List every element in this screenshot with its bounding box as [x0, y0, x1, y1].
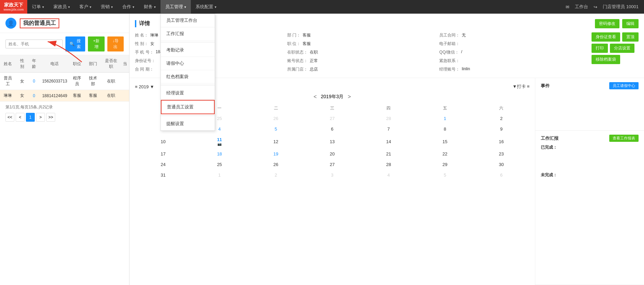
calendar-day-cell[interactable]: 11📷 [191, 134, 247, 149]
logo[interactable]: 家政天下 www.jztx.com [0, 0, 27, 14]
calendar-day-cell[interactable]: 23 [473, 149, 530, 159]
menu-item-red-archive[interactable]: 红色档案袋 [161, 70, 215, 84]
calendar-day-cell[interactable]: 26 [248, 113, 304, 124]
nav-item-marketing[interactable]: 营销 ▾ [96, 0, 118, 14]
calendar-day-cell[interactable]: 28 [361, 159, 417, 170]
cell-extra [121, 90, 129, 102]
detail-contract-type-row: 员工合同： 无 [439, 32, 586, 38]
calendar-day-cell[interactable]: 27 [304, 159, 360, 170]
nav-item-customer[interactable]: 客户 ▾ [75, 0, 96, 14]
calendar-day-cell[interactable]: 20 [304, 149, 360, 159]
logo-title: 家政天下 [3, 2, 24, 8]
calendar-week-row: 17181920212223 [135, 149, 530, 159]
calendar-day-cell[interactable]: 6 [473, 170, 530, 180]
calendar-day-cell[interactable]: 9 [473, 124, 530, 134]
view-report-button[interactable]: 查看工作报表 [609, 135, 639, 142]
export-button[interactable]: ↓导出 [107, 36, 124, 51]
menu-item-normal-employee-settings[interactable]: 普通员工设置 [161, 100, 215, 114]
calendar-day-cell[interactable]: 1 [191, 170, 247, 180]
nav-item-order[interactable]: 订单 ▾ [27, 0, 49, 14]
incomplete-content [541, 179, 639, 200]
calendar-day-cell[interactable]: 7 [361, 124, 417, 134]
archive-button[interactable]: 置顶 [622, 32, 639, 42]
nav-item-system-config[interactable]: 系统配置 ▾ [191, 0, 221, 14]
menu-item-leave-center[interactable]: 请假中心 [161, 57, 215, 70]
id-check-button[interactable]: 身份证查看 [592, 32, 620, 42]
search-button[interactable]: 🔍 搜索 [65, 36, 85, 51]
action-row-2: 打印 分店设置 [592, 44, 639, 53]
calendar-day-cell[interactable]: 13 [304, 134, 360, 149]
page-next-btn[interactable]: > [36, 113, 45, 122]
calendar-day-cell[interactable]: 4 [361, 170, 417, 180]
search-icon: 🔍 [70, 42, 75, 46]
remove-archive-button[interactable]: 移除档案袋 [592, 55, 620, 64]
edit-button[interactable]: 编辑 [622, 19, 639, 28]
calendar-day-cell[interactable]: 28 [361, 113, 417, 124]
employee-icon: 👤 [5, 18, 16, 29]
calendar-day-cell[interactable]: 29 [417, 159, 473, 170]
search-input[interactable] [5, 40, 63, 48]
leave-center-button[interactable]: 员工请假中心 [609, 82, 639, 89]
prev-month-btn[interactable]: < [313, 94, 317, 100]
calendar-day-cell[interactable]: 8 [417, 124, 473, 134]
calendar-day-cell[interactable]: 5 [248, 124, 304, 134]
cell-gender: 女 [16, 90, 28, 102]
calendar-day-cell[interactable]: 26 [248, 159, 304, 170]
nav-item-employee-mgmt[interactable]: 员工管理 ▾ 员工管理工作台 工作汇报 考勤记录 请假中心 红色档案袋 经理设置… [160, 0, 191, 14]
calendar-day-cell[interactable]: 30 [473, 159, 530, 170]
branch-set-button[interactable]: 分店设置 [610, 44, 634, 53]
calendar-day-cell[interactable]: 10 [135, 134, 191, 149]
col-dept: 部门 [85, 55, 101, 73]
calendar-day-cell[interactable]: 1 [417, 113, 473, 124]
calendar-day-cell[interactable]: 12 [248, 134, 304, 149]
menu-item-reminder-settings[interactable]: 提醒设置 [161, 117, 215, 131]
cell-dept: 客服 [85, 90, 101, 102]
year-select[interactable]: ≡ 2019 ▼ [135, 84, 154, 89]
calendar-day-cell[interactable]: 31 [135, 170, 191, 180]
nav-item-cooperation[interactable]: 合作 ▾ [118, 0, 139, 14]
calendar-day-cell[interactable]: 6 [304, 124, 360, 134]
page-1-btn[interactable]: 1 [26, 113, 35, 122]
calendar-day-cell[interactable]: 25 [191, 159, 247, 170]
calendar-day-cell[interactable]: 2 [248, 170, 304, 180]
pwd-change-button[interactable]: 密码修改 [595, 19, 619, 28]
next-month-btn[interactable]: > [348, 94, 351, 100]
panel-title: 我的普通员工 [20, 18, 59, 28]
table-row[interactable]: 普员工 女 0 15626033713 程序员 技术部 在职 [0, 73, 129, 90]
workspace-item[interactable]: 工作台 [575, 4, 588, 10]
calendar-day-cell[interactable]: 22 [417, 149, 473, 159]
menu-item-work-report[interactable]: 工作汇报 [161, 27, 215, 41]
mail-icon-item[interactable]: ✉ [566, 4, 569, 10]
menu-item-manager-settings[interactable]: 经理设置 [161, 87, 215, 100]
logo-sub: www.jztx.com [3, 8, 24, 12]
calendar-day-cell[interactable]: 16 [473, 134, 530, 149]
menu-item-workspace[interactable]: 员工管理工作台 [161, 14, 215, 27]
add-button[interactable]: +新增 [88, 36, 105, 51]
calendar-day-cell[interactable]: 2 [473, 113, 530, 124]
nav-item-homestaff[interactable]: 家政员 ▾ [49, 0, 75, 14]
page-prev-btn[interactable]: < [16, 113, 25, 122]
detail-manager-row: 经理账号： linlin [439, 66, 586, 72]
detail-qq-row: QQ/微信： / [439, 49, 586, 55]
menu-divider-1 [161, 42, 215, 42]
pagination-info: 第1/1页,每页15条,共2记录 [0, 102, 129, 113]
calendar-day-cell[interactable]: 15 [417, 134, 473, 149]
logout-item[interactable]: ↪ [594, 4, 597, 10]
menu-item-attendance[interactable]: 考勤记录 [161, 44, 215, 57]
page-last-btn[interactable]: >> [46, 113, 55, 122]
calendar-day-cell[interactable]: 5 [417, 170, 473, 180]
calendar-day-cell[interactable]: 14 [361, 134, 417, 149]
calendar-day-cell[interactable]: 3 [304, 170, 360, 180]
calendar-day-cell[interactable]: 19 [248, 149, 304, 159]
nav-item-finance[interactable]: 财务 ▾ [139, 0, 160, 14]
page-first-btn[interactable]: << [5, 113, 14, 122]
col-status: 是否在职 [101, 55, 121, 73]
calendar-day-cell[interactable]: 21 [361, 149, 417, 159]
calendar-day-cell[interactable]: 18 [191, 149, 247, 159]
calendar-day-cell[interactable]: 24 [135, 159, 191, 170]
print-button[interactable]: 打印 [592, 44, 608, 53]
calendar-day-cell[interactable]: 17 [135, 149, 191, 159]
calendar-day-cell[interactable]: 27 [304, 113, 360, 124]
cell-position: 程序员 [69, 73, 85, 90]
table-row[interactable]: 琳琳 女 0 18814124649 客服 客服 在职 [0, 90, 129, 102]
